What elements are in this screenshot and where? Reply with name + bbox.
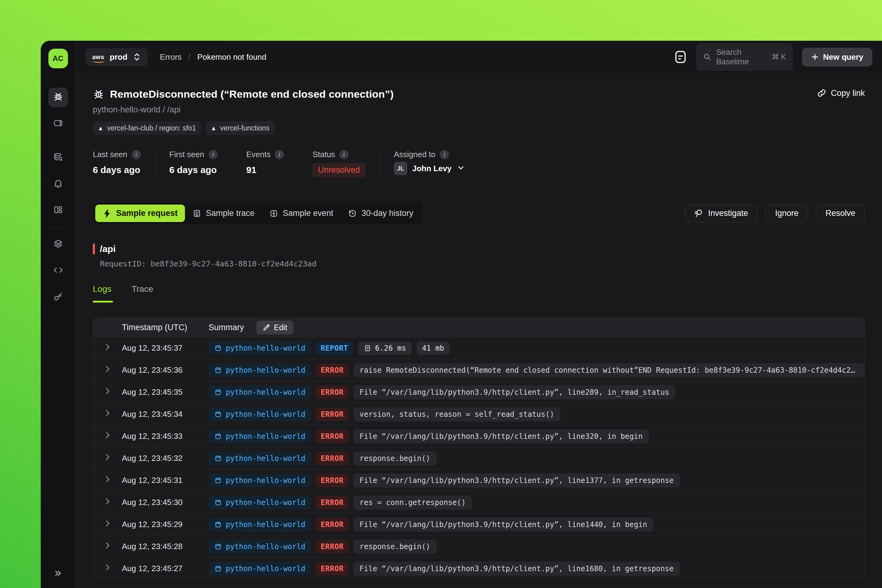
log-message: File “/var/lang/lib/python3.9/http/clien… xyxy=(353,562,680,576)
level-badge: ERROR xyxy=(316,363,348,377)
level-badge: ERROR xyxy=(316,474,348,487)
stat-first-seen: First seeni6 days ago xyxy=(170,150,232,177)
row-summary: python-hello-worldERRORFile “/var/lang/l… xyxy=(208,518,864,532)
chevron-down-icon xyxy=(457,164,465,173)
edit-columns-button[interactable]: Edit xyxy=(256,321,293,334)
assignee-select[interactable]: JLJohn Levy xyxy=(394,162,465,175)
sidebar-item-bug[interactable] xyxy=(48,88,68,107)
expand-row-button[interactable] xyxy=(93,365,122,375)
sidebar-item-dashboard[interactable] xyxy=(48,201,68,220)
investigate-button[interactable]: Investigate xyxy=(684,204,758,223)
issue-tag: ▲vercel-functions xyxy=(206,121,274,135)
row-summary: python-hello-worldERRORFile “/var/lang/l… xyxy=(208,429,864,444)
table-row: Aug 12, 23:45:27python-hello-worldERRORF… xyxy=(93,557,864,579)
search-input[interactable]: Search Baselime ⌘ K xyxy=(696,43,793,71)
chevron-right-icon xyxy=(103,519,112,530)
tab-logs[interactable]: Logs xyxy=(93,284,111,302)
new-query-button[interactable]: New query xyxy=(802,48,873,66)
tab-sample-trace[interactable]: Sample trace xyxy=(185,205,262,222)
service-badge[interactable]: python-hello-world xyxy=(208,363,311,377)
breadcrumb-item[interactable]: Errors xyxy=(160,52,182,62)
info-icon[interactable]: i xyxy=(339,150,348,159)
expand-row-button[interactable] xyxy=(93,453,122,464)
stat-label: Statusi xyxy=(312,150,365,159)
changelog-icon[interactable] xyxy=(674,50,687,64)
level-badge: ERROR xyxy=(316,562,348,576)
chevron-right-icon xyxy=(103,563,112,574)
row-timestamp: Aug 12, 23:45:33 xyxy=(122,432,208,441)
expand-row-button[interactable] xyxy=(93,497,122,508)
cube-icon xyxy=(214,366,222,374)
expand-row-button[interactable] xyxy=(93,431,122,442)
ignore-button[interactable]: Ignore xyxy=(766,204,808,223)
sidebar-item-database-search[interactable] xyxy=(48,148,68,168)
table-row: Aug 12, 23:45:33python-hello-worldERRORF… xyxy=(93,425,864,447)
row-summary: python-hello-worldERRORFile “/var/lang/l… xyxy=(208,562,864,576)
tab-sample-request[interactable]: Sample request xyxy=(95,205,185,222)
service-badge[interactable]: python-hello-world xyxy=(208,562,311,576)
expand-row-button[interactable] xyxy=(93,409,122,420)
sidebar-item-key[interactable] xyxy=(48,287,68,307)
expand-row-button[interactable] xyxy=(93,563,122,574)
environment-switcher[interactable]: aws prod xyxy=(86,48,148,66)
service-badge[interactable]: python-hello-world xyxy=(208,518,311,531)
expand-row-button[interactable] xyxy=(93,387,122,398)
bell-icon xyxy=(53,178,63,190)
sidebar-item-code[interactable] xyxy=(48,261,68,280)
tab-sample-event[interactable]: Sample event xyxy=(262,205,340,222)
expand-row-button[interactable] xyxy=(93,343,122,353)
level-badge: ERROR xyxy=(316,430,348,443)
request-block: /api RequestID: be8f3e39-9c27-4a63-8810-… xyxy=(93,243,865,268)
service-badge[interactable]: python-hello-world xyxy=(208,496,311,509)
issue-subtitle: python-hello-world / /api xyxy=(93,105,865,114)
info-icon[interactable]: i xyxy=(132,150,141,159)
breadcrumb-item[interactable]: Pokemon not found xyxy=(197,52,266,62)
info-icon[interactable]: i xyxy=(440,150,449,159)
info-icon[interactable]: i xyxy=(275,150,284,159)
log-message: File “/var/lang/lib/python3.9/http/clien… xyxy=(353,474,680,488)
status-badge: Unresolved xyxy=(312,163,365,177)
row-summary: python-hello-worldERRORFile “/var/lang/l… xyxy=(208,474,864,488)
level-badge: ERROR xyxy=(316,496,348,509)
info-icon[interactable]: i xyxy=(208,150,218,159)
request-id: RequestID: be8f3e39-9c27-4a63-8810-cf2e4… xyxy=(100,260,865,268)
service-badge[interactable]: python-hello-world xyxy=(208,342,311,355)
sidebar-item-bell[interactable] xyxy=(48,174,68,194)
service-badge[interactable]: python-hello-world xyxy=(208,408,311,421)
sidebar-item-layers[interactable] xyxy=(48,235,68,254)
workspace-avatar[interactable]: AC xyxy=(48,49,68,68)
level-badge: REPORT xyxy=(316,342,353,355)
app-window: AC » aws prod Errors/Pokemon not found S… xyxy=(41,41,882,588)
service-badge[interactable]: python-hello-world xyxy=(208,452,311,465)
topbar-right: Search Baselime ⌘ K New query xyxy=(674,43,873,71)
duration-badge: 6.26 ms xyxy=(358,342,412,355)
environment-name: prod xyxy=(110,52,128,62)
cube-icon xyxy=(214,432,222,440)
event-bolt-icon xyxy=(269,209,278,218)
resolve-button[interactable]: Resolve xyxy=(816,204,865,223)
sidebar-collapse-icon[interactable]: » xyxy=(54,567,62,579)
service-badge[interactable]: python-hello-world xyxy=(208,474,311,487)
stat-label-text: Assigned to xyxy=(394,150,435,159)
stat-value: 6 days ago xyxy=(170,165,218,175)
expand-row-button[interactable] xyxy=(93,541,122,552)
tab-30-day-history[interactable]: 30-day history xyxy=(340,205,421,222)
assignee-name: John Levy xyxy=(412,164,452,173)
vercel-triangle-icon: ▲ xyxy=(211,125,216,132)
stat-value: 91 xyxy=(246,165,284,175)
service-name: python-hello-world xyxy=(226,366,305,375)
service-badge[interactable]: python-hello-world xyxy=(208,430,311,443)
copy-link-button[interactable]: Copy link xyxy=(817,88,865,98)
row-timestamp: Aug 12, 23:45:27 xyxy=(122,564,208,573)
service-badge[interactable]: python-hello-world xyxy=(208,540,311,554)
log-message: raise RemoteDisconnected(“Remote end clo… xyxy=(353,363,864,377)
row-timestamp: Aug 12, 23:45:29 xyxy=(122,520,208,529)
sample-tab-group: Sample requestSample traceSample event30… xyxy=(93,202,423,225)
code-icon xyxy=(53,265,63,276)
sidebar-item-package[interactable] xyxy=(48,114,68,134)
expand-row-button[interactable] xyxy=(93,519,122,530)
stat-last-seen: Last seeni6 days ago xyxy=(93,150,155,177)
tab-trace[interactable]: Trace xyxy=(132,284,153,302)
service-badge[interactable]: python-hello-world xyxy=(208,386,311,399)
expand-row-button[interactable] xyxy=(93,475,122,486)
